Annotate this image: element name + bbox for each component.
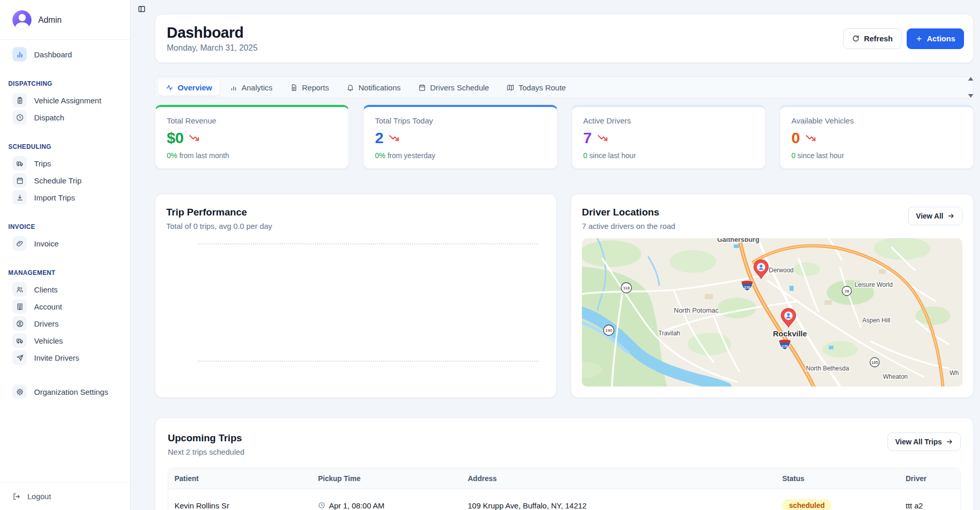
upcoming-trips-subtitle: Next 2 trips scheduled: [168, 447, 244, 456]
tab-drivers-schedule[interactable]: Drivers Schedule: [410, 80, 497, 96]
stat-card-available-vehicles: Available Vehicles 0 0since last hour: [780, 105, 974, 169]
stat-value: 7: [583, 129, 592, 147]
sidebar-item-label: Dispatch: [34, 113, 64, 122]
tab-label: Analytics: [242, 83, 273, 92]
map[interactable]: 270 270 118 28 190: [582, 238, 962, 387]
svg-text:118: 118: [623, 286, 630, 290]
paperclip-icon: [12, 236, 27, 251]
arrow-right-icon: [947, 212, 955, 220]
map-label: Leisure World: [855, 281, 893, 288]
sidebar-item-dispatch[interactable]: Dispatch: [12, 110, 125, 125]
ambulance-icon: [12, 156, 27, 171]
svg-text:185: 185: [871, 360, 878, 365]
map-label: Derwood: [769, 267, 794, 274]
sidebar-item-label: Trips: [34, 159, 51, 168]
map-label: North Bethesda: [806, 365, 849, 372]
tab-analytics[interactable]: Analytics: [222, 80, 280, 96]
tab-notifications[interactable]: Notifications: [339, 80, 408, 96]
logout-button[interactable]: Logout: [0, 482, 130, 510]
tab-label: Reports: [302, 83, 329, 92]
column-header-pickup-time: Pickup Time: [312, 468, 462, 489]
sidebar-item-vehicles[interactable]: Vehicles: [12, 333, 125, 348]
refresh-button[interactable]: Refresh: [843, 28, 902, 49]
section-header-management: MANAGEMENT: [8, 269, 130, 276]
clock-icon: [318, 502, 325, 509]
calendar-icon: [12, 173, 27, 188]
status-cell: scheduled: [776, 489, 899, 510]
stat-subtext: 0since last hour: [792, 151, 962, 160]
sidebar-item-import-trips[interactable]: Import Trips: [12, 190, 125, 205]
stat-label: Available Vehicles: [792, 116, 962, 125]
sidebar-item-invoice[interactable]: Invoice: [12, 236, 125, 251]
sidebar-item-dashboard[interactable]: Dashboard: [12, 47, 125, 62]
upcoming-trips-panel: Upcoming Trips Next 2 trips scheduled Vi…: [155, 418, 974, 510]
column-header-address: Address: [462, 468, 776, 489]
svg-text:270: 270: [782, 344, 788, 349]
stat-subtext: 0%from yesterday: [375, 151, 545, 160]
svg-text:190: 190: [605, 328, 612, 333]
sidebar-nav: Dashboard DISPATCHING Vehicle Assignment…: [0, 40, 130, 482]
sidebar-item-drivers[interactable]: Drivers: [12, 316, 125, 331]
send-icon: [12, 350, 27, 365]
sidebar-item-label: Import Trips: [34, 193, 75, 202]
view-all-button[interactable]: View All: [908, 207, 962, 225]
sidebar-item-label: Invoice: [34, 239, 59, 248]
sidebar-item-vehicle-assignment[interactable]: Vehicle Assignment: [12, 92, 125, 108]
section-header-scheduling: SCHEDULING: [8, 143, 130, 150]
scroll-down-icon[interactable]: [968, 94, 973, 98]
sidebar-item-invite-drivers[interactable]: Invite Drivers: [12, 350, 125, 365]
sidebar-item-trips[interactable]: Trips: [12, 156, 125, 171]
clipboard-icon: [12, 93, 27, 107]
stat-value: 0: [792, 129, 800, 147]
trending-down-icon: [597, 132, 608, 144]
stat-subtext: 0%from last month: [167, 151, 337, 160]
trending-down-icon: [188, 132, 200, 144]
user-block[interactable]: Admin: [0, 0, 130, 40]
tab-todays-route[interactable]: Todays Route: [499, 80, 574, 96]
user-circle-icon: [12, 316, 27, 331]
clock-icon: [12, 110, 27, 125]
stat-card-active-drivers: Active Drivers 7 0since last hour: [572, 105, 766, 169]
scroll-up-icon[interactable]: [968, 77, 973, 81]
map-label: North Potomac: [674, 306, 719, 314]
svg-text:270: 270: [744, 285, 751, 290]
tab-scrollbar[interactable]: [967, 75, 975, 99]
actions-label: Actions: [927, 34, 955, 43]
sidebar-item-clients[interactable]: Clients: [12, 282, 125, 297]
svg-text:28: 28: [845, 289, 849, 293]
map-label: Rockville: [773, 329, 807, 338]
sidebar-item-label: Vehicles: [34, 336, 63, 345]
sidebar-item-organization-settings[interactable]: Organization Settings: [12, 384, 125, 399]
sidebar-item-account[interactable]: Account: [12, 299, 125, 314]
page-header: Dashboard Monday, March 31, 2025 Refresh…: [155, 14, 974, 63]
sidebar-item-schedule-trip[interactable]: Schedule Trip: [12, 173, 125, 188]
plus-icon: [915, 35, 923, 42]
sidebar-item-label: Drivers: [34, 319, 59, 328]
user-name: Admin: [38, 16, 61, 25]
table-row[interactable]: Kevin Rollins Sr Apr 1, 08:00 AM 109 Kru…: [168, 489, 960, 510]
download-icon: [12, 190, 27, 205]
file-text-icon: [290, 84, 298, 91]
bar-chart-icon: [230, 84, 238, 91]
view-all-label: View All: [916, 212, 943, 220]
logout-icon: [12, 492, 21, 501]
page-title: Dashboard: [167, 24, 258, 41]
column-header-patient: Patient: [168, 468, 312, 489]
sidebar-toggle-icon[interactable]: [136, 3, 147, 14]
driver-cell: ttt a2: [899, 489, 960, 510]
sidebar-item-label: Organization Settings: [34, 388, 108, 396]
column-header-driver: Driver: [899, 468, 960, 489]
view-all-trips-button[interactable]: View All Trips: [888, 432, 961, 451]
table-header-row: Patient Pickup Time Address Status Drive…: [168, 468, 960, 489]
route-shield-118: 118: [621, 283, 631, 293]
charts-row: Trip Performance Total of 0 trips, avg 0…: [155, 194, 974, 398]
sidebar-item-label: Dashboard: [34, 50, 72, 59]
stat-label: Total Trips Today: [375, 116, 545, 125]
sidebar-item-label: Clients: [34, 285, 58, 294]
tab-overview[interactable]: Overview: [158, 80, 220, 96]
bell-icon: [346, 84, 354, 91]
stat-label: Total Revenue: [167, 116, 337, 125]
tab-reports[interactable]: Reports: [282, 80, 337, 96]
actions-button[interactable]: Actions: [907, 28, 964, 49]
tab-label: Todays Route: [518, 83, 566, 92]
